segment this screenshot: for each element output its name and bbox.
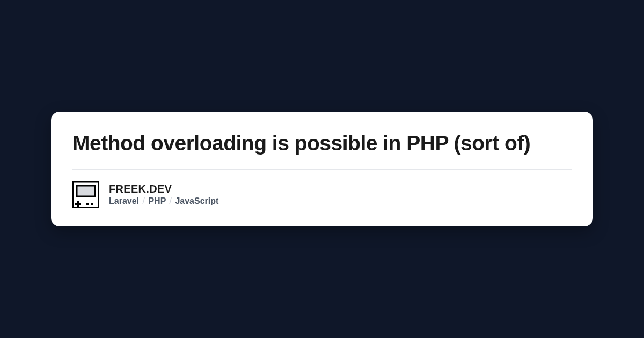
site-name: FREEK.DEV [109, 183, 218, 195]
tag-separator: / [143, 196, 145, 205]
svg-rect-6 [77, 205, 79, 208]
gameboy-icon [72, 181, 99, 208]
social-card: Method overloading is possible in PHP (s… [51, 112, 593, 226]
svg-rect-4 [79, 203, 81, 205]
tags-line: Laravel / PHP / JavaScript [109, 196, 218, 206]
svg-rect-7 [86, 203, 89, 205]
tag: PHP [148, 196, 166, 205]
svg-rect-3 [77, 203, 79, 205]
article-title: Method overloading is possible in PHP (s… [72, 131, 572, 156]
svg-rect-2 [77, 201, 79, 203]
card-footer: FREEK.DEV Laravel / PHP / JavaScript [72, 181, 572, 208]
svg-rect-1 [77, 186, 95, 196]
divider [72, 169, 572, 170]
svg-rect-5 [75, 203, 77, 205]
tag: JavaScript [175, 196, 218, 205]
tag: Laravel [109, 196, 139, 205]
tag-separator: / [169, 196, 171, 205]
site-meta: FREEK.DEV Laravel / PHP / JavaScript [109, 183, 218, 206]
svg-rect-8 [91, 203, 93, 205]
